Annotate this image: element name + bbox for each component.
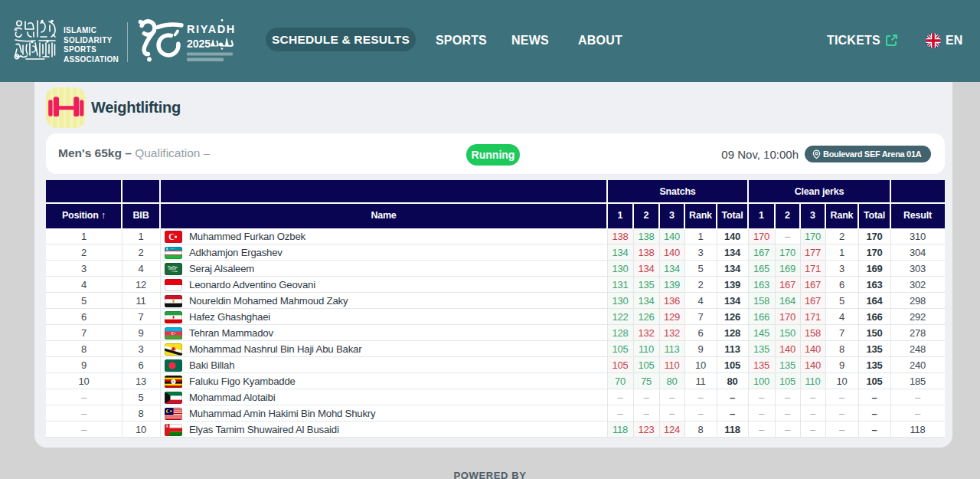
svg-text:RIYADH: RIYADH: [187, 23, 236, 35]
svg-text:2025: 2025: [187, 38, 211, 50]
